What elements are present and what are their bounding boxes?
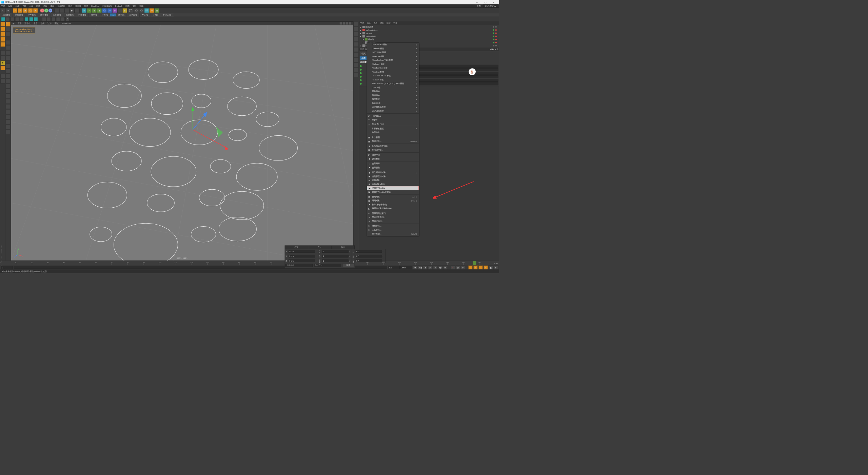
tool-icon[interactable] [6,104,11,109]
psr-button[interactable]: PSR0 [127,8,134,13]
record-button[interactable]: ● [451,266,455,270]
context-menu-item[interactable]: MeshBoolean V1.8 标签▶ [367,58,419,62]
tool-icon[interactable] [6,79,11,83]
category-tab[interactable]: 圆锥体域 [63,13,76,17]
field-icon[interactable] [1,17,5,21]
tool-icon[interactable] [6,99,11,104]
context-menu-item[interactable]: 恢复选集 [367,131,419,135]
context-menu-item[interactable]: Greebler 标签▶ [367,46,419,51]
context-menu-item[interactable]: CINEMA 4D 标签▶ [367,43,419,47]
goto-end-button[interactable]: ⏭ [443,266,448,270]
prev-frame-button[interactable]: ◀ [423,266,428,270]
field-icon[interactable] [24,17,28,21]
mode-icon[interactable] [0,55,5,60]
viewport-corner-icon[interactable] [342,22,345,25]
coord-size-dropdown[interactable]: 绝对尺寸 [314,264,341,267]
category-tab[interactable]: 公式域 [150,13,161,17]
category-tab[interactable]: 立方体域 [25,13,38,17]
coord-input[interactable] [322,260,349,262]
timeline-cursor[interactable] [473,261,476,265]
category-tab[interactable]: 着色器域 [127,13,139,17]
category-tab[interactable]: 球形体域 [13,13,25,17]
key-opt-button[interactable]: ◆ [494,266,498,270]
tool-icon[interactable] [6,130,11,134]
field-icon[interactable] [42,17,46,21]
menu-item[interactable]: 插件 [84,5,88,7]
key-a-button[interactable]: A [484,266,488,270]
y-axis-button[interactable]: Y [44,8,48,13]
category-tab[interactable]: .. [110,14,116,17]
category-tab[interactable]: 封套体域 [76,13,88,17]
panel-tab[interactable]: 书签 [393,22,397,24]
context-menu-item[interactable]: Krakatoa 标签▶ [367,54,419,58]
undo-button[interactable]: ↶ [1,8,5,13]
tool-btn[interactable] [55,8,59,13]
menu-item[interactable]: 选择 [22,5,26,7]
tool-icon[interactable] [6,50,11,55]
context-menu-item[interactable]: RealFlow V3.1.1 标签▶ [367,74,419,78]
mode-icon[interactable] [0,79,5,83]
category-tab[interactable]: 局部体域 [0,13,13,17]
generator-button[interactable]: ◈ [92,8,97,13]
panel-icon[interactable] [354,42,359,47]
coord-input[interactable] [356,250,382,253]
context-menu-item[interactable]: ▦加入新层 [367,135,419,139]
move-tool[interactable]: ✥ [18,8,23,13]
context-menu-item[interactable]: ▣场组对象Shift+G [367,199,419,203]
field-icon[interactable] [47,17,51,21]
context-menu-item[interactable]: ◐HDRI Link [367,114,419,118]
tool-icon[interactable] [6,89,11,94]
menu-item[interactable]: RealFlow [91,5,99,7]
coord-input[interactable] [356,255,382,258]
key-p-button[interactable]: P [468,266,473,270]
panel-icon[interactable] [354,73,359,77]
panel-icon[interactable] [354,37,359,42]
tool-icon[interactable] [6,84,11,89]
field-icon[interactable] [15,17,19,21]
viewport-menu-item[interactable]: 选项 [41,22,44,25]
attr-nav-icons[interactable]: ◀ ▶ ▲ ✎ [490,48,498,50]
panel-icon[interactable] [354,68,359,72]
tool-btn[interactable] [60,8,64,13]
coord-input[interactable] [289,260,315,262]
context-menu-item[interactable]: ⊕连接对象+删除 [367,182,419,186]
context-menu-item[interactable]: ◆转为可编辑对象C [367,171,419,175]
panel-icon[interactable] [354,52,359,57]
object-row[interactable]: ▸径向域 [360,38,498,41]
context-menu-item[interactable]: ◧将所选对象转换为XRef [367,207,419,211]
menu-item[interactable]: 工具 [29,5,33,7]
z-axis-button[interactable]: Z [48,8,53,13]
layout-dropdown[interactable]: 启动 (用户) ▾ [483,4,498,7]
category-tab[interactable]: 圆柱体域 [38,13,51,17]
tool-icon[interactable] [6,63,11,68]
scale-tool[interactable]: ▣ [23,8,28,13]
tool-icon[interactable] [6,69,11,73]
menu-item[interactable]: 角色 [68,5,72,7]
context-menu-item[interactable]: 显示帮助...Ctrl+F1 [367,232,419,236]
panel-icon[interactable] [354,32,359,37]
vp-gear-icon[interactable]: ▦ [13,22,14,24]
tool-icon[interactable] [6,45,11,50]
field-icon[interactable] [61,17,65,21]
field-icon[interactable] [56,17,60,21]
next-frame-button[interactable]: ▶ [433,266,438,270]
context-menu-item[interactable]: ▣烘焙为Alembic [367,186,419,190]
context-menu-item[interactable]: ∿显示函数曲线... [367,215,419,220]
mode-icon[interactable] [0,50,5,55]
x-axis-button[interactable]: X [40,8,44,13]
context-menu-item[interactable]: ◧选择子级 [367,153,419,157]
menu-item[interactable]: Redshift [115,5,122,7]
viewport-menu-item[interactable]: 面板 [55,22,59,25]
key-opt-button[interactable]: ◧ [489,266,493,270]
menu-item[interactable]: 编辑 [8,5,12,7]
field-icon[interactable] [11,17,15,21]
category-tab[interactable]: 线性域 [89,13,100,17]
context-menu-item[interactable]: 运动摄像机标签▶ [367,105,419,109]
menu-item[interactable]: 窗口 [133,5,137,7]
camera-button[interactable]: ▭ [107,8,112,13]
viewport-corner-icon[interactable] [346,22,348,25]
category-tab[interactable]: 随机域 [116,13,127,17]
context-menu-item[interactable]: ⊕连接对象 [367,178,419,183]
context-menu-item[interactable]: 脚本标签▶ [367,97,419,101]
primitive-cube-button[interactable]: ◈ [82,8,87,13]
